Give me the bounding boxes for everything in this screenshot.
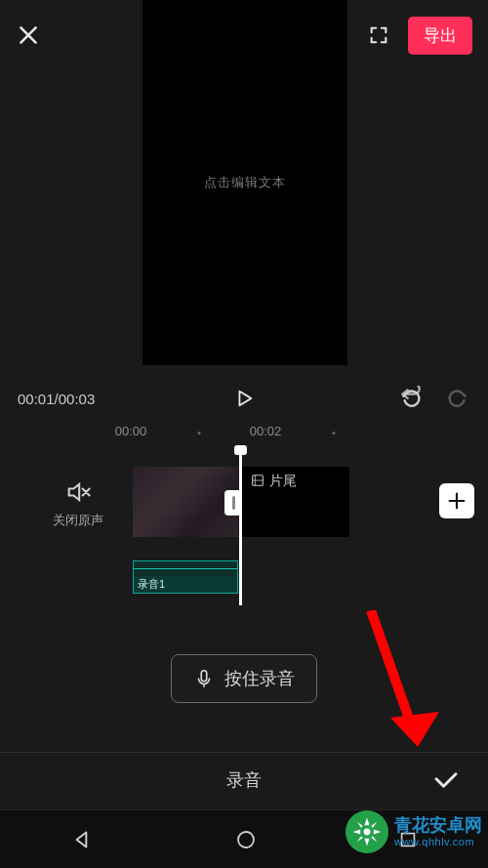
audio-waveform xyxy=(134,561,237,576)
play-icon xyxy=(233,388,255,409)
watermark-name: 青花安卓网 xyxy=(394,816,482,836)
svg-point-2 xyxy=(238,832,254,847)
video-clip[interactable] xyxy=(133,467,238,537)
close-button[interactable] xyxy=(16,22,41,48)
nav-back-button[interactable] xyxy=(69,827,95,852)
nav-home-button[interactable] xyxy=(234,828,258,851)
timeline[interactable]: 关闭原声 片尾 录音1 xyxy=(0,449,488,605)
playback-bar: 00:01/00:03 xyxy=(0,379,488,418)
play-button[interactable] xyxy=(233,388,255,409)
redo-icon xyxy=(445,386,470,411)
total-time: 00:03 xyxy=(59,391,96,407)
mute-label: 关闭原声 xyxy=(43,512,113,529)
add-clip-button[interactable] xyxy=(439,483,474,518)
watermark: 青花安卓网 www.qhhlv.com xyxy=(346,810,482,853)
ruler-tick xyxy=(333,432,336,434)
preview-placeholder-text: 点击编辑文本 xyxy=(204,174,286,191)
annotation-arrow xyxy=(361,610,468,766)
close-icon xyxy=(16,22,41,48)
undo-icon xyxy=(398,386,424,411)
expand-icon xyxy=(368,24,389,46)
panel-title: 录音 xyxy=(226,768,262,792)
audio-clip-label: 录音1 xyxy=(134,576,237,593)
current-time: 00:01 xyxy=(18,391,55,407)
redo-button[interactable] xyxy=(445,386,470,411)
undo-button[interactable] xyxy=(398,386,424,411)
timeline-tracks[interactable]: 片尾 录音1 xyxy=(133,467,445,594)
svg-rect-1 xyxy=(201,671,207,682)
circle-home-icon xyxy=(234,828,258,851)
svg-point-4 xyxy=(364,829,371,836)
mute-original-sound-button[interactable]: 关闭原声 xyxy=(43,478,113,529)
microphone-icon xyxy=(193,668,215,689)
watermark-domain: www.qhhlv.com xyxy=(394,836,482,847)
panel-titlebar: 录音 xyxy=(0,752,488,806)
hold-to-record-button[interactable]: 按住录音 xyxy=(171,654,317,703)
ruler-mark: 00:02 xyxy=(250,424,282,438)
ruler-mark: 00:00 xyxy=(115,424,147,438)
timeline-ruler: 00:00 00:02 xyxy=(0,424,488,447)
export-button[interactable]: 导出 xyxy=(408,17,472,55)
tail-clip[interactable]: 片尾 xyxy=(242,467,349,537)
audio-clip[interactable]: 录音1 xyxy=(133,560,238,594)
triangle-back-icon xyxy=(69,827,95,852)
speaker-muted-icon xyxy=(64,478,92,506)
tail-clip-label: 片尾 xyxy=(269,473,297,490)
time-display: 00:01/00:03 xyxy=(18,391,95,407)
confirm-button[interactable] xyxy=(431,765,461,795)
record-button-label: 按住录音 xyxy=(224,667,295,690)
check-icon xyxy=(431,765,461,795)
ruler-tick xyxy=(198,432,201,434)
editor-topbar: 导出 xyxy=(0,0,488,70)
plus-icon xyxy=(446,490,468,512)
fullscreen-button[interactable] xyxy=(367,23,390,47)
tail-clip-icon xyxy=(250,473,265,488)
watermark-logo-icon xyxy=(346,810,388,853)
timeline-playhead[interactable] xyxy=(239,449,242,605)
